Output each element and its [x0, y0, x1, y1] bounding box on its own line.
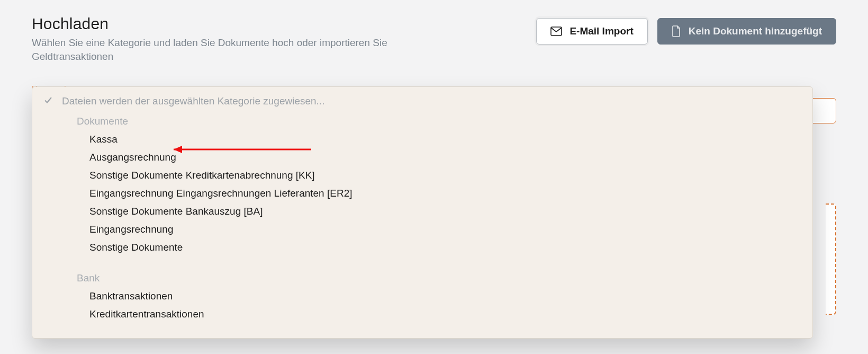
- option-sonstige-ba[interactable]: Sonstige Dokumente Bankauszug [BA]: [32, 202, 812, 220]
- option-sonstige-dokumente[interactable]: Sonstige Dokumente: [32, 238, 812, 256]
- option-kreditkartentransaktionen[interactable]: Kreditkartentransaktionen: [32, 305, 812, 323]
- no-document-button: Kein Dokument hinzugefügt: [657, 18, 836, 45]
- envelope-icon: [550, 26, 562, 36]
- option-eingangsrechnung-er2[interactable]: Eingangsrechnung Eingangsrechnungen Lief…: [32, 184, 812, 202]
- dropdown-placeholder: Dateien werden der ausgewählten Kategori…: [32, 92, 812, 110]
- email-import-button[interactable]: E-Mail Import: [536, 18, 647, 45]
- file-drop-area[interactable]: [826, 203, 836, 315]
- group-bank: Bank: [32, 269, 812, 287]
- option-sonstige-kk[interactable]: Sonstige Dokumente Kreditkartenabrechnun…: [32, 166, 812, 184]
- page-subtitle: Wählen Sie eine Kategorie und laden Sie …: [32, 36, 466, 63]
- page-title: Hochladen: [32, 15, 536, 33]
- dropdown-placeholder-text: Dateien werden der ausgewählten Kategori…: [62, 95, 324, 107]
- option-eingangsrechnung[interactable]: Eingangsrechnung: [32, 220, 812, 238]
- email-import-label: E-Mail Import: [569, 25, 633, 37]
- option-kassa[interactable]: Kassa: [32, 130, 812, 148]
- category-dropdown: Dateien werden der ausgewählten Kategori…: [32, 86, 813, 339]
- document-icon: [672, 25, 681, 37]
- option-banktransaktionen[interactable]: Banktransaktionen: [32, 287, 812, 305]
- check-icon: [44, 95, 52, 107]
- no-document-label: Kein Dokument hinzugefügt: [689, 25, 822, 37]
- option-ausgangsrechnung[interactable]: Ausgangsrechnung: [32, 148, 812, 166]
- group-documents: Dokumente: [32, 112, 812, 130]
